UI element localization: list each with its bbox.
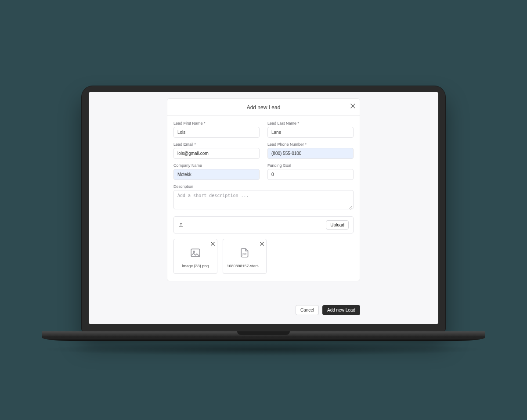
company-label: Company Name	[173, 163, 260, 168]
description-label: Description	[173, 184, 354, 189]
pdf-file-icon: pdf	[239, 247, 250, 260]
uploaded-files: image (33).png pdf 1680898157-start-...	[173, 239, 354, 274]
upload-icon	[178, 221, 184, 229]
first-name-label: Lead First Name *	[173, 121, 260, 126]
image-file-icon	[190, 247, 201, 260]
last-name-label: Lead Last Name *	[267, 121, 354, 126]
laptop-base	[81, 331, 446, 356]
laptop-frame: Add new Lead Lead First Name *	[81, 86, 446, 356]
modal-footer: Cancel Add new Lead	[296, 305, 360, 315]
file-tile: image (33).png	[173, 239, 217, 274]
close-icon	[260, 242, 264, 246]
svg-point-1	[193, 251, 195, 252]
last-name-input[interactable]	[267, 127, 354, 138]
first-name-input[interactable]	[173, 127, 260, 138]
close-icon	[350, 104, 355, 108]
upload-dropzone[interactable]: Upload	[173, 216, 354, 233]
modal-title: Add new Lead	[247, 104, 281, 111]
file-name: 1680898157-start-...	[227, 264, 262, 268]
app-surface: Add new Lead Lead First Name *	[89, 92, 438, 324]
description-textarea[interactable]	[173, 190, 354, 209]
funding-goal-label: Funding Goal	[267, 163, 354, 168]
email-label: Lead Email *	[173, 142, 260, 147]
add-lead-modal: Add new Lead Lead First Name *	[167, 98, 360, 281]
screen: Add new Lead Lead First Name *	[89, 92, 438, 324]
modal-header: Add new Lead	[167, 99, 360, 116]
laptop-body: Add new Lead Lead First Name *	[81, 86, 446, 332]
cancel-button[interactable]: Cancel	[296, 305, 319, 315]
add-lead-button[interactable]: Add new Lead	[322, 305, 360, 315]
resize-handle-icon[interactable]	[349, 206, 352, 210]
remove-file-button[interactable]	[258, 240, 265, 247]
company-input[interactable]	[173, 169, 260, 180]
funding-goal-input[interactable]	[267, 169, 354, 180]
email-input[interactable]	[173, 148, 260, 159]
phone-label: Lead Phone Number *	[267, 142, 354, 147]
close-icon	[211, 242, 215, 246]
file-name: image (33).png	[182, 264, 209, 268]
file-tile: pdf 1680898157-start-...	[223, 239, 267, 274]
close-button[interactable]	[348, 101, 357, 110]
remove-file-button[interactable]	[209, 240, 216, 247]
upload-button[interactable]: Upload	[326, 220, 349, 230]
phone-input[interactable]	[267, 148, 354, 159]
modal-body: Lead First Name * Lead Last Name * Lead …	[167, 116, 360, 281]
svg-text:pdf: pdf	[242, 252, 246, 256]
